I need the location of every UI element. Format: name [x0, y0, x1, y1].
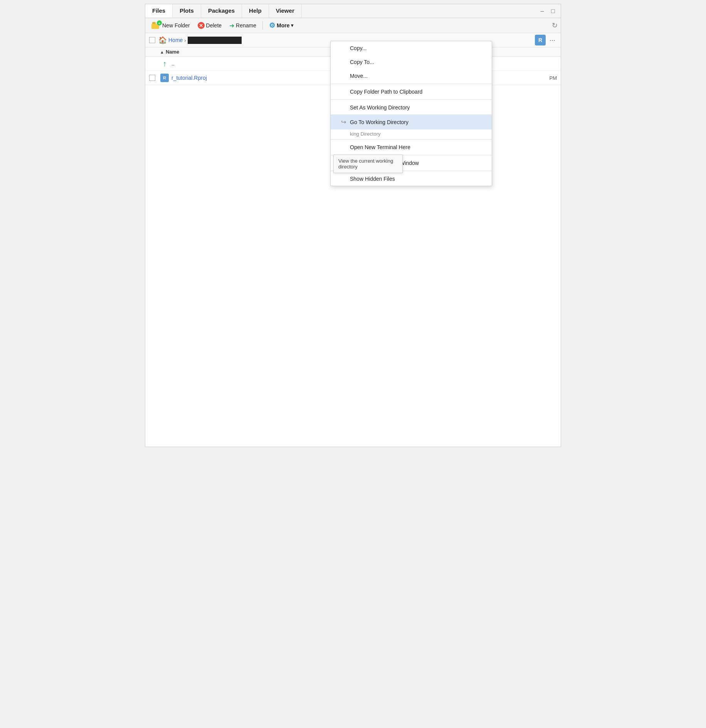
rproj-icon: R [160, 73, 169, 82]
tab-viewer[interactable]: Viewer [269, 4, 302, 18]
toolbar-separator [262, 21, 263, 30]
menu-item-show-hidden[interactable]: Show Hidden Files [331, 172, 492, 186]
minimize-icon[interactable]: – [538, 7, 547, 16]
new-folder-button[interactable]: + New Folder [148, 20, 193, 30]
new-folder-label: New Folder [162, 22, 190, 29]
toolbar: + New Folder ✕ Delete ➜ Rename ⚙ More ▾ … [145, 18, 561, 33]
files-panel: Files Plots Packages Help Viewer – □ + N… [145, 4, 561, 447]
menu-copy-to-label: Copy To... [350, 59, 374, 65]
delete-label: Delete [206, 22, 222, 29]
go-to-wd-icon: ↪ [340, 118, 347, 126]
menu-item-copy-folder-path[interactable]: Copy Folder Path to Clipboard [331, 85, 492, 99]
parent-dir-name: .. [171, 61, 175, 67]
menu-terminal-label: Open New Terminal Here [350, 144, 410, 150]
select-all-checkbox[interactable] [149, 37, 155, 43]
rproj-file-icon: R [160, 74, 169, 82]
rename-label: Rename [236, 22, 256, 29]
tab-help[interactable]: Help [242, 4, 269, 18]
menu-item-set-working-dir[interactable]: Set As Working Directory [331, 101, 492, 114]
menu-item-partial-wd[interactable]: king Directory [331, 129, 492, 138]
menu-partial-wd-label: king Directory [350, 131, 380, 137]
file-modified-time: PM [550, 75, 557, 81]
menu-item-show-folder-new-window[interactable]: Show Folder in New Window [331, 156, 492, 170]
gear-icon: ⚙ [269, 21, 275, 30]
header-name-col[interactable]: ▲ Name [160, 49, 179, 55]
menu-copy-folder-path-label: Copy Folder Path to Clipboard [350, 89, 422, 95]
breadcrumb-right: R ··· [535, 35, 557, 45]
new-folder-icon: + [151, 22, 160, 29]
name-col-label: Name [166, 49, 179, 55]
delete-icon: ✕ [198, 22, 205, 29]
divider-4 [331, 155, 492, 155]
row-check-rproj[interactable] [149, 75, 157, 81]
r-project-icon[interactable]: R [535, 35, 546, 45]
rproj-file-name: r_tutorial.Rproj [171, 75, 207, 81]
menu-set-wd-label: Set As Working Directory [350, 104, 410, 111]
menu-item-copy-to[interactable]: Copy To... [331, 55, 492, 69]
menu-show-folder-label: Show Folder in New Window [350, 160, 419, 166]
menu-go-to-wd-label: Go To Working Directory [350, 119, 408, 125]
tab-packages[interactable]: Packages [201, 4, 242, 18]
more-label: More [277, 22, 289, 29]
sort-arrow: ▲ [160, 50, 164, 54]
maximize-icon[interactable]: □ [548, 7, 558, 16]
menu-copy-label: Copy... [350, 45, 366, 51]
toolbar-right: ↻ [552, 21, 558, 30]
tab-bar: Files Plots Packages Help Viewer – □ [145, 4, 561, 18]
more-button[interactable]: ⚙ More ▾ [266, 20, 296, 31]
menu-show-hidden-label: Show Hidden Files [350, 176, 395, 182]
delete-button[interactable]: ✕ Delete [195, 20, 225, 30]
menu-item-copy[interactable]: Copy... [331, 41, 492, 55]
up-arrow-icon: ↑ [160, 59, 169, 68]
divider-1 [331, 84, 492, 84]
menu-item-go-to-working-dir[interactable]: ↪ Go To Working Directory [331, 114, 492, 129]
breadcrumb-more-btn[interactable]: ··· [548, 35, 557, 45]
more-dropdown-menu: Copy... Copy To... Move... Copy Folder P… [330, 41, 492, 186]
breadcrumb-home[interactable]: Home [168, 37, 183, 43]
breadcrumb-current [188, 37, 242, 44]
divider-3 [331, 139, 492, 140]
rename-button[interactable]: ➜ Rename [226, 20, 259, 31]
tab-bar-right: – □ [538, 4, 561, 18]
refresh-icon[interactable]: ↻ [552, 21, 558, 30]
breadcrumb-sep: › [184, 37, 186, 43]
menu-item-open-terminal[interactable]: Open New Terminal Here [331, 140, 492, 154]
rename-icon: ➜ [229, 22, 234, 29]
divider-2 [331, 99, 492, 100]
more-dropdown-arrow: ▾ [291, 23, 293, 28]
tab-files[interactable]: Files [145, 4, 173, 18]
menu-move-label: Move... [350, 73, 368, 79]
divider-5 [331, 171, 492, 171]
menu-item-move[interactable]: Move... [331, 69, 492, 83]
tab-plots[interactable]: Plots [173, 4, 201, 18]
home-icon: 🏠 [158, 36, 167, 44]
